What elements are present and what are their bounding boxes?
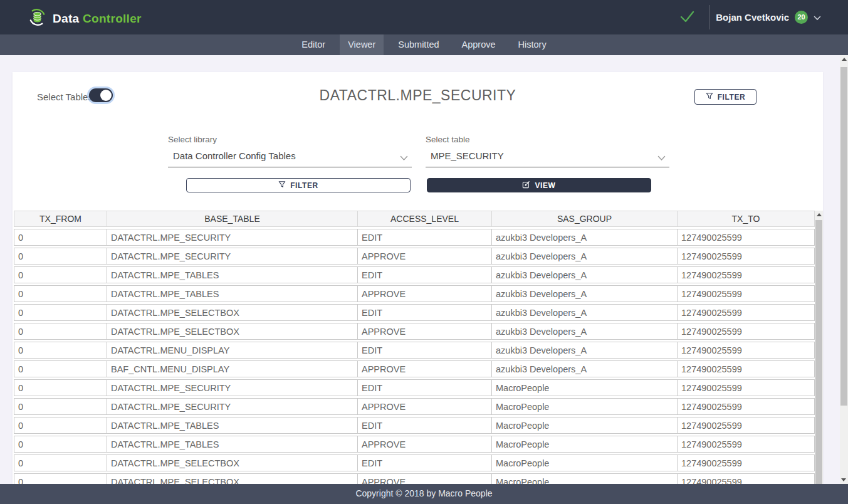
table-cell[interactable]: DATACTRL.MPE_TABLES: [107, 285, 358, 302]
table-cell[interactable]: MacroPeople: [492, 454, 678, 471]
table-cell[interactable]: 0: [14, 266, 107, 283]
column-header-tx-from[interactable]: TX_FROM: [14, 211, 107, 227]
table-select-label: Select table: [426, 135, 669, 144]
tab-submitted[interactable]: Submitted: [390, 34, 447, 55]
table-cell[interactable]: azukbi3 Developers_A: [492, 342, 678, 359]
table-cell[interactable]: 127490025599: [678, 248, 815, 265]
table-cell[interactable]: 127490025599: [678, 473, 815, 484]
chevron-down-icon: [400, 152, 408, 164]
table-cell[interactable]: azukbi3 Developers_A: [492, 323, 678, 340]
user-menu[interactable]: Bojan Cvetkovic 20: [716, 0, 821, 34]
table-cell[interactable]: 0: [14, 229, 107, 246]
table-cell[interactable]: 127490025599: [678, 417, 815, 434]
table-cell[interactable]: 127490025599: [678, 266, 815, 283]
table-cell[interactable]: 0: [14, 379, 107, 396]
table-cell[interactable]: azukbi3 Developers_A: [492, 229, 678, 246]
table-row: 0DATACTRL.MPE_TABLESAPPROVEMacroPeople12…: [14, 436, 815, 453]
table-cell[interactable]: 0: [14, 436, 107, 453]
table-cell[interactable]: 127490025599: [678, 342, 815, 359]
table-cell[interactable]: 127490025599: [678, 436, 815, 453]
table-cell[interactable]: MacroPeople: [492, 417, 678, 434]
table-cell[interactable]: DATACTRL.MPE_TABLES: [107, 266, 358, 283]
page-scroll-up-arrow[interactable]: [842, 58, 847, 61]
table-cell[interactable]: azukbi3 Developers_A: [492, 304, 678, 321]
table-cell[interactable]: 127490025599: [678, 379, 815, 396]
table-cell[interactable]: EDIT: [358, 417, 492, 434]
table-cell[interactable]: DATACTRL.MPE_SECURITY: [107, 379, 358, 396]
table-cell[interactable]: DATACTRL.MPE_SECURITY: [107, 248, 358, 265]
table-cell[interactable]: DATACTRL.MPE_SELECTBOX: [107, 323, 358, 340]
table-cell[interactable]: 127490025599: [678, 229, 815, 246]
table-cell[interactable]: DATACTRL.MPE_TABLES: [107, 436, 358, 453]
table-cell[interactable]: 0: [14, 417, 107, 434]
table-cell[interactable]: 127490025599: [678, 398, 815, 415]
table-cell[interactable]: DATACTRL.MPE_SELECTBOX: [107, 304, 358, 321]
page-scrollbar[interactable]: [840, 55, 848, 484]
table-cell[interactable]: 127490025599: [678, 360, 815, 377]
table-cell[interactable]: azukbi3 Developers_A: [492, 248, 678, 265]
table-cell[interactable]: MacroPeople: [492, 379, 678, 396]
table-cell[interactable]: 0: [14, 398, 107, 415]
grid-scrollbar[interactable]: [815, 211, 823, 484]
tab-approve[interactable]: Approve: [454, 34, 504, 55]
table-cell[interactable]: MacroPeople: [492, 473, 678, 484]
grid-scroll-up-arrow[interactable]: [817, 213, 822, 216]
table-cell[interactable]: APPROVE: [358, 285, 492, 302]
table-cell[interactable]: APPROVE: [358, 473, 492, 484]
table-cell[interactable]: APPROVE: [358, 360, 492, 377]
table-cell[interactable]: DATACTRL.MPE_SELECTBOX: [107, 473, 358, 484]
filter-button-top[interactable]: FILTER: [694, 89, 756, 105]
table-cell[interactable]: 0: [14, 323, 107, 340]
view-button[interactable]: VIEW: [427, 178, 651, 192]
table-cell[interactable]: 127490025599: [678, 285, 815, 302]
table-cell[interactable]: APPROVE: [358, 398, 492, 415]
tab-editor[interactable]: Editor: [293, 34, 333, 55]
table-cell[interactable]: 0: [14, 360, 107, 377]
tab-history[interactable]: History: [510, 34, 555, 55]
table-cell[interactable]: 0: [14, 248, 107, 265]
table-cell[interactable]: EDIT: [358, 342, 492, 359]
table-cell[interactable]: EDIT: [358, 266, 492, 283]
table-cell[interactable]: azukbi3 Developers_A: [492, 285, 678, 302]
table-cell[interactable]: APPROVE: [358, 436, 492, 453]
table-cell[interactable]: DATACTRL.MPE_SECURITY: [107, 229, 358, 246]
table-cell[interactable]: DATACTRL.MPE_TABLES: [107, 417, 358, 434]
table-select[interactable]: MPE_SECURITY: [426, 150, 669, 167]
page-scroll-down-arrow[interactable]: [841, 478, 846, 481]
table-cell[interactable]: DATACTRL.MENU_DISPLAY: [107, 342, 358, 359]
table-cell[interactable]: EDIT: [358, 229, 492, 246]
table-cell[interactable]: azukbi3 Developers_A: [492, 360, 678, 377]
grid-scrollbar-thumb[interactable]: [815, 220, 822, 484]
main-tabs: Editor Viewer Submitted Approve History: [0, 34, 848, 55]
table-cell[interactable]: DATACTRL.MPE_SELECTBOX: [107, 454, 358, 471]
table-cell[interactable]: 0: [14, 473, 107, 484]
table-cell[interactable]: EDIT: [358, 454, 492, 471]
table-cell[interactable]: MacroPeople: [492, 398, 678, 415]
table-cell[interactable]: DATACTRL.MPE_SECURITY: [107, 398, 358, 415]
table-cell[interactable]: 0: [14, 342, 107, 359]
table-cell[interactable]: 127490025599: [678, 304, 815, 321]
column-header-sas-group[interactable]: SAS_GROUP: [492, 211, 678, 227]
column-header-base-table[interactable]: BASE_TABLE: [107, 211, 358, 227]
table-row: 0DATACTRL.MPE_TABLESEDITMacroPeople12749…: [14, 417, 815, 434]
tab-viewer[interactable]: Viewer: [340, 34, 384, 55]
page-scrollbar-thumb[interactable]: [840, 67, 847, 406]
table-cell[interactable]: EDIT: [358, 304, 492, 321]
edit-box-icon: [522, 181, 530, 191]
table-cell[interactable]: BAF_CNTL.MENU_DISPLAY: [107, 360, 358, 377]
filter-button[interactable]: FILTER: [186, 178, 411, 192]
table-cell[interactable]: azukbi3 Developers_A: [492, 266, 678, 283]
table-cell[interactable]: MacroPeople: [492, 436, 678, 453]
table-cell[interactable]: 0: [14, 304, 107, 321]
table-cell[interactable]: APPROVE: [358, 248, 492, 265]
table-cell[interactable]: 0: [14, 285, 107, 302]
table-cell[interactable]: 0: [14, 454, 107, 471]
table-cell[interactable]: 127490025599: [678, 454, 815, 471]
column-header-tx-to[interactable]: TX_TO: [678, 211, 815, 227]
table-cell[interactable]: APPROVE: [358, 323, 492, 340]
column-header-access-level[interactable]: ACCESS_LEVEL: [358, 211, 492, 227]
library-select[interactable]: Data Controller Config Tables: [168, 150, 412, 167]
app-logo[interactable]: Data Controller: [28, 8, 142, 29]
table-cell[interactable]: EDIT: [358, 379, 492, 396]
table-cell[interactable]: 127490025599: [678, 323, 815, 340]
